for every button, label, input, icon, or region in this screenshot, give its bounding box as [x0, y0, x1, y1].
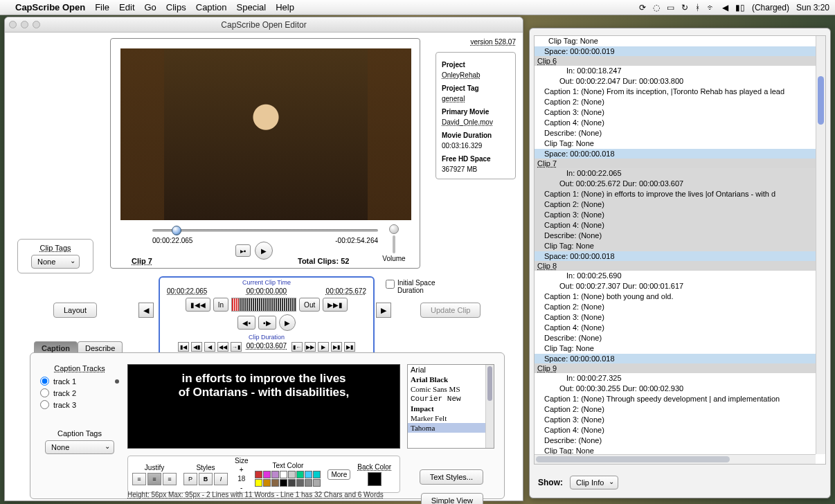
prev-clip-button[interactable]: ◀ — [138, 303, 154, 318]
space-row[interactable]: Space: 00:00:00.018 — [535, 251, 816, 261]
step-button[interactable]: ▸▪ — [235, 244, 251, 257]
clip-describe[interactable]: Describe: (None) — [535, 333, 816, 343]
clip-tag-row[interactable]: Clip Tag: None — [535, 138, 816, 149]
font-courier[interactable]: Courier New — [408, 394, 494, 404]
goto-start-button[interactable]: ▮◀◀ — [186, 298, 210, 312]
clip-in-row[interactable]: In: 00:00:27.325 — [535, 373, 816, 384]
clip-caption3[interactable]: Caption 3: (None) — [535, 107, 816, 118]
clip-caption1[interactable]: Caption 1: (None) both young and old. — [535, 291, 816, 302]
statusbar-sync-icon[interactable]: ⟳ — [639, 3, 646, 12]
statusbar-timemachine-icon[interactable]: ↻ — [681, 3, 688, 12]
font-list[interactable]: Arial Arial Black Comic Sans MS Courier … — [407, 364, 494, 449]
next-clip-button[interactable]: ▶ — [376, 303, 391, 318]
font-impact[interactable]: Impact — [408, 404, 494, 413]
initial-space-checkbox[interactable] — [386, 280, 395, 289]
video-preview[interactable] — [120, 48, 411, 220]
in-button[interactable]: In — [213, 298, 228, 312]
more-colors-button[interactable]: More — [327, 469, 350, 480]
nudge-2[interactable]: ◀▮ — [191, 342, 202, 352]
clip-caption1[interactable]: Caption 1: (None) in efforts to improve … — [535, 189, 816, 199]
out-button[interactable]: Out — [299, 298, 320, 312]
clip-caption2[interactable]: Caption 2: (None) — [535, 97, 816, 107]
clip-tag-row[interactable]: Clip Tag: None — [535, 446, 816, 454]
timeline-slider[interactable] — [152, 227, 378, 234]
clip-describe[interactable]: Describe: (None) — [535, 231, 816, 241]
clip-caption3[interactable]: Caption 3: (None) — [535, 312, 816, 323]
menu-go[interactable]: Go — [145, 2, 156, 12]
statusbar-chat-icon[interactable]: ◌ — [653, 3, 660, 12]
show-select[interactable]: Clip Info — [570, 476, 618, 489]
nudge-1[interactable]: ▮◀ — [178, 342, 189, 352]
style-plain[interactable]: P — [183, 473, 197, 485]
slider-knob[interactable] — [172, 226, 181, 235]
back-color-swatch[interactable] — [368, 472, 381, 486]
caption-tags-select[interactable]: None — [45, 440, 114, 454]
justify-left[interactable]: ≡ — [132, 473, 146, 485]
menu-file[interactable]: File — [95, 2, 109, 12]
font-scrollbar[interactable] — [485, 365, 494, 448]
nudge-6[interactable]: ▮← — [291, 342, 303, 352]
clip-caption4[interactable]: Caption 4: (None) — [535, 220, 816, 231]
menu-caption[interactable]: Caption — [196, 2, 227, 12]
font-comic-sans[interactable]: Comic Sans MS — [408, 384, 494, 394]
nudge-4[interactable]: ◀◀ — [217, 342, 228, 352]
space-row[interactable]: Space: 00:00:00.019 — [535, 46, 816, 56]
volume-track[interactable] — [393, 235, 395, 253]
clip-header[interactable]: Clip 8 — [535, 261, 816, 271]
track2-option[interactable]: track 2 — [40, 388, 119, 397]
clip-header[interactable]: Clip 9 — [535, 363, 816, 373]
app-menu[interactable]: CapScribe Open — [15, 2, 85, 12]
clip-caption3[interactable]: Caption 3: (None) — [535, 210, 816, 220]
menu-edit[interactable]: Edit — [119, 2, 134, 12]
justify-right[interactable]: ≡ — [163, 473, 177, 485]
nudge-7[interactable]: ▶▶ — [305, 342, 316, 352]
goto-end-button[interactable]: ▶▶▮ — [323, 298, 348, 312]
clip-caption1[interactable]: Caption 1: (None) From its inception, |T… — [535, 87, 816, 97]
step-fwd-button[interactable]: ▪▶ — [258, 316, 276, 330]
track1-radio[interactable] — [40, 377, 49, 386]
menu-clips[interactable]: Clips — [166, 2, 186, 12]
font-marker-felt[interactable]: Marker Felt — [408, 413, 494, 423]
clip-list-hscrollbar[interactable] — [535, 454, 816, 464]
menu-help[interactable]: Help — [276, 2, 294, 12]
space-row[interactable]: Space: 00:00:00.018 — [535, 149, 816, 159]
justify-center[interactable]: ≡ — [147, 473, 161, 485]
track3-radio[interactable] — [40, 400, 49, 409]
statusbar-wifi-icon[interactable]: ᯤ — [707, 3, 715, 12]
clip-caption4[interactable]: Caption 4: (None) — [535, 425, 816, 435]
font-arial-black[interactable]: Arial Black — [408, 375, 494, 384]
clip-header[interactable]: Clip 6 — [535, 56, 816, 66]
statusbar-battery-icon[interactable]: ▮▯ — [735, 3, 745, 12]
clip-in-row[interactable]: In: 00:00:18.247 — [535, 66, 816, 76]
style-italic[interactable]: I — [214, 473, 228, 485]
font-arial[interactable]: Arial — [408, 365, 494, 375]
clip-tag-row[interactable]: Clip Tag: None — [535, 241, 816, 251]
style-bold[interactable]: B — [199, 473, 213, 485]
size-plus[interactable]: + — [240, 466, 244, 474]
clip-caption4[interactable]: Caption 4: (None) — [535, 323, 816, 333]
clip-tags-select[interactable]: None — [31, 255, 80, 269]
clip-caption3[interactable]: Caption 3: (None) — [535, 415, 816, 425]
track2-radio[interactable] — [40, 388, 49, 397]
statusbar-clock[interactable]: Sun 3:20 — [796, 3, 829, 12]
simple-view-button[interactable]: Simple View — [421, 493, 483, 504]
clip-describe[interactable]: Describe: (None) — [535, 435, 816, 446]
clip-out-row[interactable]: Out: 00:00:27.307 Dur: 00:00:01.617 — [535, 281, 816, 291]
menu-special[interactable]: Special — [237, 2, 267, 12]
waveform-view[interactable] — [231, 298, 296, 312]
text-styles-button[interactable]: Text Styles... — [420, 469, 483, 485]
clip-out-row[interactable]: Out: 00:00:30.255 Dur: 00:00:02.930 — [535, 384, 816, 394]
text-color-swatches[interactable] — [255, 471, 321, 487]
clip-detail-row[interactable]: Clip Tag: None — [535, 36, 816, 46]
track3-option[interactable]: track 3 — [40, 400, 119, 409]
clip-in-row[interactable]: In: 00:00:25.690 — [535, 271, 816, 281]
clip-caption1[interactable]: Caption 1: (None) Through speedy develop… — [535, 394, 816, 404]
caption-text-editor[interactable]: in efforts to improve the lives of Ontar… — [127, 364, 400, 449]
nudge-9[interactable]: ▶▮ — [331, 342, 342, 352]
nudge-5[interactable]: →▮ — [231, 342, 242, 352]
play-button[interactable]: ▶ — [255, 242, 273, 260]
clip-in-row[interactable]: In: 00:00:22.065 — [535, 168, 816, 179]
space-row[interactable]: Space: 00:00:00.018 — [535, 354, 816, 363]
update-clip-button[interactable]: Update Clip — [420, 303, 481, 318]
nudge-8[interactable]: ▶ — [318, 342, 329, 352]
